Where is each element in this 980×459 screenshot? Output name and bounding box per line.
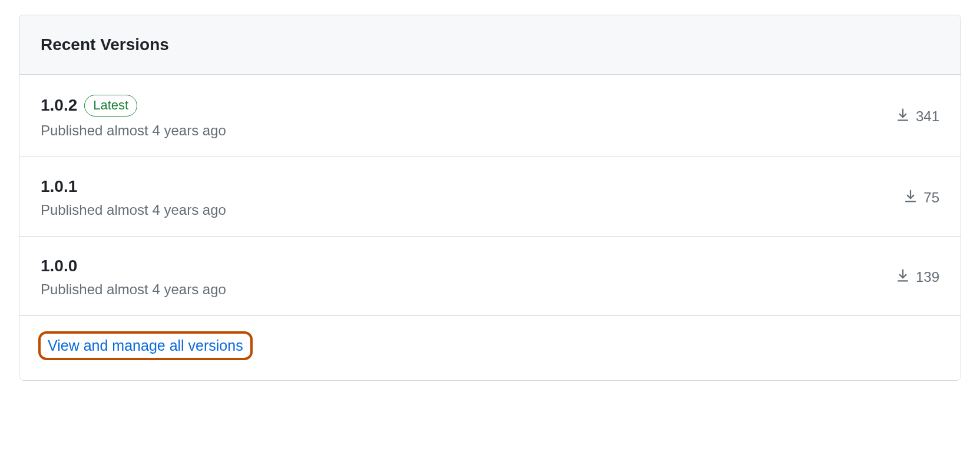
version-number[interactable]: 1.0.2 (41, 96, 77, 115)
version-title-line: 1.0.1 (41, 177, 226, 196)
panel-header: Recent Versions (19, 15, 961, 75)
panel-title: Recent Versions (41, 35, 939, 54)
download-count: 139 (896, 268, 939, 286)
version-number[interactable]: 1.0.1 (41, 177, 77, 196)
version-row[interactable]: 1.0.1 Published almost 4 years ago 75 (19, 157, 961, 237)
download-count-value: 341 (916, 108, 939, 125)
download-icon (896, 108, 910, 125)
version-info: 1.0.1 Published almost 4 years ago (41, 177, 226, 218)
panel-footer: View and manage all versions (19, 316, 961, 380)
version-row[interactable]: 1.0.2 Latest Published almost 4 years ag… (19, 75, 961, 157)
version-info: 1.0.0 Published almost 4 years ago (41, 257, 226, 298)
highlight-outline: View and manage all versions (38, 331, 253, 360)
version-published: Published almost 4 years ago (41, 122, 226, 139)
download-count: 75 (903, 189, 939, 207)
download-count-value: 75 (923, 189, 939, 206)
download-count: 341 (896, 108, 939, 125)
download-icon (903, 189, 918, 207)
version-published: Published almost 4 years ago (41, 202, 226, 218)
version-title-line: 1.0.0 (41, 257, 226, 275)
download-icon (896, 268, 910, 286)
version-row[interactable]: 1.0.0 Published almost 4 years ago 139 (19, 237, 961, 316)
version-title-line: 1.0.2 Latest (41, 95, 226, 117)
download-count-value: 139 (916, 269, 939, 285)
version-published: Published almost 4 years ago (41, 281, 226, 298)
version-number[interactable]: 1.0.0 (41, 257, 77, 275)
view-manage-all-versions-link[interactable]: View and manage all versions (48, 337, 243, 354)
recent-versions-panel: Recent Versions 1.0.2 Latest Published a… (19, 15, 961, 381)
version-info: 1.0.2 Latest Published almost 4 years ag… (41, 95, 226, 139)
latest-badge: Latest (84, 95, 137, 117)
